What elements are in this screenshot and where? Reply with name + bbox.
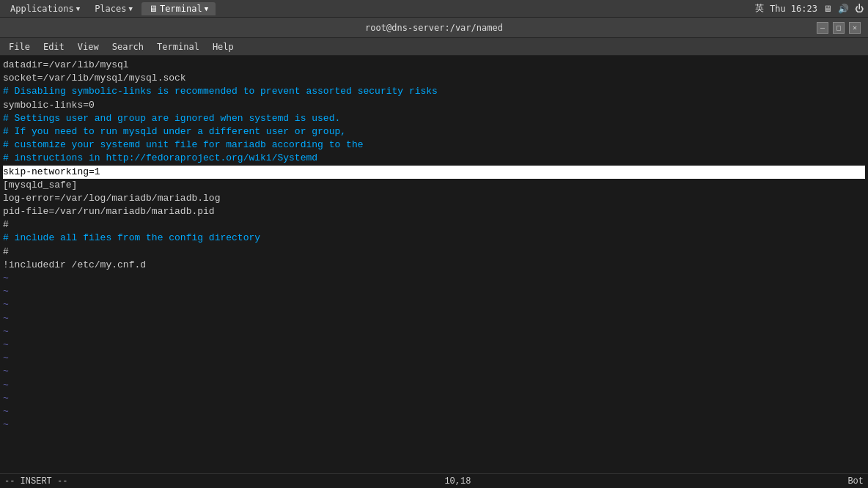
terminal-line: skip-networking=1 (3, 166, 865, 179)
menu-view[interactable]: View (72, 40, 105, 53)
terminal-arrow: ▼ (205, 5, 208, 12)
terminal-line: ~ (3, 272, 865, 285)
terminal-line: ~ (3, 418, 865, 432)
terminal-label: Terminal (160, 4, 202, 14)
vim-mode: -- INSERT -- (4, 476, 67, 487)
terminal-line: ~ (3, 325, 865, 339)
volume-icon: 🔊 (838, 4, 849, 14)
terminal-line: ~ (3, 392, 865, 405)
menu-edit[interactable]: Edit (37, 40, 70, 53)
close-button[interactable]: ✕ (849, 22, 861, 34)
menu-search[interactable]: Search (106, 40, 150, 53)
terminal-line: ~ (3, 352, 865, 365)
applications-arrow: ▼ (76, 5, 80, 12)
menu-help[interactable]: Help (207, 40, 240, 53)
display-icon: 🖥 (823, 4, 832, 14)
terminal-line: ~ (3, 312, 865, 325)
terminal-line: datadir=/var/lib/mysql (3, 59, 865, 72)
applications-menu[interactable]: Applications ▼ (4, 2, 86, 15)
terminal-line: log-error=/var/log/mariadb/mariadb.log (3, 192, 865, 205)
top-bar-left: Applications ▼ Places ▼ 🖥 Terminal ▼ (4, 2, 216, 15)
terminal-line: # instructions in http://fedoraproject.o… (3, 152, 865, 165)
terminal-content[interactable]: datadir=/var/lib/mysqlsocket=/var/lib/my… (0, 56, 868, 473)
terminal-line: ~ (3, 365, 865, 378)
terminal-line: [mysqld_safe] (3, 179, 865, 192)
terminal-line: ~ (3, 379, 865, 392)
maximize-button[interactable]: □ (833, 22, 845, 34)
terminal-line: ~ (3, 285, 865, 298)
scroll-position: Bot (847, 476, 864, 487)
terminal-line: # Settings user and group are ignored wh… (3, 112, 865, 125)
clock: Thu 16:23 (770, 4, 817, 14)
terminal-line: # If you need to run mysqld under a diff… (3, 125, 865, 138)
places-arrow: ▼ (128, 5, 132, 12)
window-controls: – □ ✕ (817, 22, 861, 34)
places-label: Places (95, 4, 126, 14)
lang-indicator: 英 (755, 2, 764, 15)
terminal-line: # customize your systemd unit file for m… (3, 138, 865, 152)
terminal-line: # (3, 245, 865, 259)
terminal-line: socket=/var/lib/mysql/mysql.sock (3, 72, 865, 85)
minimize-button[interactable]: – (817, 22, 828, 34)
status-bar: -- INSERT -- 10,18 Bot (0, 473, 868, 488)
top-bar-right: 英 Thu 16:23 🖥 🔊 ⏻ (755, 2, 864, 15)
terminal-line: ~ (3, 298, 865, 311)
power-icon: ⏻ (855, 4, 864, 14)
terminal-line: pid-file=/var/run/mariadb/mariadb.pid (3, 205, 865, 218)
applications-label: Applications (10, 4, 74, 14)
top-system-bar: Applications ▼ Places ▼ 🖥 Terminal ▼ 英 T… (0, 0, 868, 18)
menu-file[interactable]: File (3, 40, 36, 53)
places-menu[interactable]: Places ▼ (89, 2, 139, 15)
window-titlebar: root@dns-server:/var/named – □ ✕ (0, 18, 868, 38)
terminal-window: root@dns-server:/var/named – □ ✕ File Ed… (0, 18, 868, 488)
terminal-line: ~ (3, 405, 865, 418)
terminal-line: # include all files from the config dire… (3, 232, 865, 245)
terminal-line: symbolic-links=0 (3, 99, 865, 112)
menu-bar: File Edit View Search Terminal Help (0, 38, 868, 56)
window-title: root@dns-server:/var/named (51, 23, 817, 33)
terminal-line: ~ (3, 339, 865, 352)
terminal-line: # Disabling symbolic-links is recommende… (3, 85, 865, 98)
menu-terminal[interactable]: Terminal (151, 40, 205, 53)
terminal-line: # (3, 218, 865, 232)
terminal-icon: 🖥 (149, 4, 158, 14)
cursor-position: 10,18 (444, 476, 471, 487)
terminal-line: !includedir /etc/my.cnf.d (3, 259, 865, 272)
terminal-tab[interactable]: 🖥 Terminal ▼ (141, 2, 216, 15)
